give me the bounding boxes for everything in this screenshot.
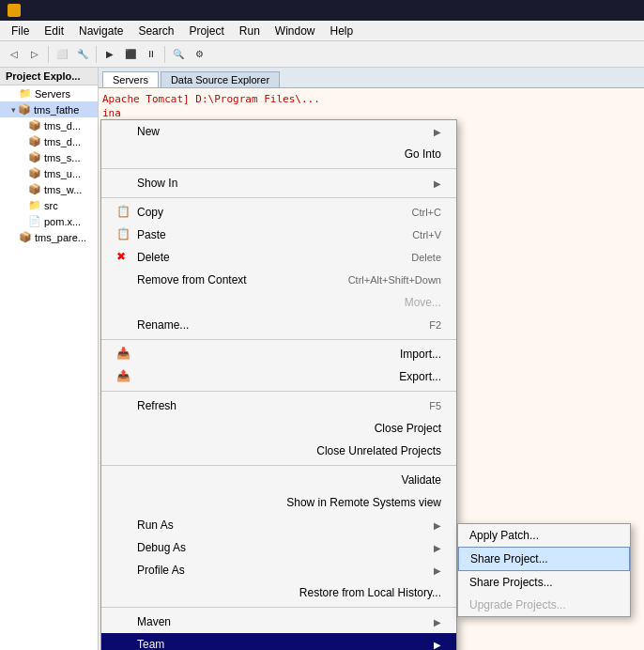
ctx-item-show-in[interactable]: Show In▶ xyxy=(101,172,456,194)
tree-item[interactable]: 📦tms_d... xyxy=(0,117,98,133)
tree-item[interactable]: 📁src xyxy=(0,197,98,213)
ctx-item-show-in-remote-systems-view[interactable]: Show in Remote Systems view xyxy=(101,491,456,514)
ctx-item-label: Debug As xyxy=(137,541,186,554)
toolbar-sep-2 xyxy=(96,46,97,63)
ctx-item-delete[interactable]: ✖DeleteDelete xyxy=(101,246,456,269)
ctx-submenu-arrow: ▶ xyxy=(434,178,441,189)
menu-item-project[interactable]: Project xyxy=(181,23,231,39)
eclipse-icon xyxy=(8,4,21,17)
ctx-item-rename---[interactable]: Rename...F2 xyxy=(101,314,456,336)
tree-item-label: Servers xyxy=(35,88,70,100)
tree-item[interactable]: 📦tms_w... xyxy=(0,181,98,197)
ctx-item-validate[interactable]: Validate xyxy=(101,469,456,491)
ctx-item-import---[interactable]: 📥Import... xyxy=(101,343,456,365)
ctx-item-label: Copy xyxy=(137,206,163,219)
ctx-item-label: Maven xyxy=(137,615,171,628)
title-bar xyxy=(0,0,644,21)
ctx-item-label: Paste xyxy=(137,228,166,241)
toolbar-btn-1[interactable]: ◁ xyxy=(4,44,24,65)
ctx-submenu-arrow: ▶ xyxy=(434,127,441,137)
toolbar: ◁ ▷ ⬜ 🔧 ▶ ⬛ ⏸ 🔍 ⚙ xyxy=(0,41,644,68)
ctx-item-debug-as[interactable]: Debug As▶ xyxy=(101,536,456,559)
ctx-item-team[interactable]: Team▶ xyxy=(101,633,456,650)
ctx-item-move---: Move... xyxy=(101,291,456,314)
ctx-item-paste[interactable]: 📋PasteCtrl+V xyxy=(101,224,456,246)
toolbar-btn-2[interactable]: ▷ xyxy=(24,44,45,65)
export-icon: 📤 xyxy=(116,369,131,384)
tree-item[interactable]: 📁Servers xyxy=(0,85,98,101)
menu-item-navigate[interactable]: Navigate xyxy=(71,23,130,39)
ctx-shortcut: Delete xyxy=(411,252,441,263)
ctx-submenu-arrow: ▶ xyxy=(434,520,441,531)
ctx-icon-spacer xyxy=(116,421,131,436)
ctx-item-run-as[interactable]: Run As▶ xyxy=(101,514,456,536)
ctx-submenu-arrow: ▶ xyxy=(434,565,441,576)
tree-item[interactable]: 📦tms_d... xyxy=(0,133,98,149)
ctx-item-refresh[interactable]: RefreshF5 xyxy=(101,395,456,417)
ctx-item-new[interactable]: New▶ xyxy=(101,120,456,143)
ctx-item-restore-from-local-history---[interactable]: Restore from Local History... xyxy=(101,581,456,604)
tree-item-label: pom.x... xyxy=(44,216,81,227)
toolbar-btn-3[interactable]: ⬜ xyxy=(52,44,72,65)
tree-item-label: tms_s... xyxy=(44,152,81,163)
ctx-separator xyxy=(101,197,456,198)
toolbar-btn-8[interactable]: 🔍 xyxy=(168,44,189,65)
menu-item-file[interactable]: File xyxy=(4,23,37,39)
tree-item[interactable]: 📄pom.x... xyxy=(0,213,98,229)
ctx-item-copy[interactable]: 📋CopyCtrl+C xyxy=(101,201,456,224)
tree-arrow: ▾ xyxy=(11,105,16,115)
ctx-submenu-arrow: ▶ xyxy=(434,640,441,650)
tree-item[interactable]: 📦tms_pare... xyxy=(0,229,98,245)
ctx-item-label: Team xyxy=(137,638,164,650)
tree-item-label: tms_fathe xyxy=(34,104,79,116)
menu-item-run[interactable]: Run xyxy=(232,23,268,39)
ctx-item-close-project[interactable]: Close Project xyxy=(101,417,456,440)
toolbar-btn-7[interactable]: ⏸ xyxy=(141,44,161,65)
ctx-item-label: New xyxy=(137,125,160,138)
menu-item-edit[interactable]: Edit xyxy=(37,23,71,39)
menu-item-search[interactable]: Search xyxy=(130,23,181,39)
tree-item[interactable]: 📦tms_u... xyxy=(0,165,98,181)
ctx-item-go-into[interactable]: Go Into xyxy=(101,143,456,165)
ctx-item-label: Show In xyxy=(137,177,177,190)
toolbar-btn-4[interactable]: 🔧 xyxy=(72,44,93,65)
menu-item-window[interactable]: Window xyxy=(268,23,323,39)
ctx-item-label: Close Project xyxy=(375,422,441,435)
tree-item[interactable]: 📦tms_s... xyxy=(0,149,98,165)
submenu-item-share-projects---[interactable]: Share Projects... xyxy=(458,571,630,594)
tree-item-label: tms_w... xyxy=(44,184,82,195)
ctx-item-export---[interactable]: 📤Export... xyxy=(101,365,456,388)
ctx-item-close-unrelated-projects[interactable]: Close Unrelated Projects xyxy=(101,440,456,462)
tab-servers[interactable]: Servers xyxy=(102,71,159,87)
menu-bar: FileEditNavigateSearchProjectRunWindowHe… xyxy=(0,21,644,41)
folder-icon: 📁 xyxy=(28,199,41,211)
project-icon: 📦 xyxy=(19,231,32,243)
ctx-shortcut: Ctrl+Alt+Shift+Down xyxy=(348,274,441,286)
tree-item[interactable]: ▾📦tms_fathe xyxy=(0,101,98,117)
tree-item-label: tms_d... xyxy=(44,136,81,147)
team-submenu: Apply Patch...Share Project...Share Proj… xyxy=(457,523,631,617)
ctx-separator xyxy=(101,607,456,608)
toolbar-btn-6[interactable]: ⬛ xyxy=(120,44,141,65)
main-content: Project Explo... 📁Servers▾📦tms_fathe📦tms… xyxy=(0,68,644,650)
tree-item-label: tms_pare... xyxy=(35,232,86,243)
submenu-item-apply-patch---[interactable]: Apply Patch... xyxy=(458,524,630,547)
ctx-item-label: Refresh xyxy=(137,399,176,412)
project-explorer-header: Project Explo... xyxy=(0,68,98,85)
ctx-item-profile-as[interactable]: Profile As▶ xyxy=(101,559,456,581)
ctx-icon-spacer xyxy=(116,147,131,162)
menu-item-help[interactable]: Help xyxy=(323,23,361,39)
ctx-item-remove-from-context[interactable]: Remove from ContextCtrl+Alt+Shift+Down xyxy=(101,269,456,291)
submenu-item-share-project---[interactable]: Share Project... xyxy=(458,547,630,571)
ctx-item-label: Export... xyxy=(399,370,441,383)
toolbar-sep-1 xyxy=(48,46,49,63)
ctx-item-label: Run As xyxy=(137,518,174,532)
toolbar-btn-9[interactable]: ⚙ xyxy=(189,44,209,65)
ctx-icon-spacer xyxy=(116,540,131,555)
tab-data-source-explorer[interactable]: Data Source Explorer xyxy=(161,71,280,87)
tabs-bar: ServersData Source Explorer xyxy=(99,68,644,88)
ctx-icon-spacer xyxy=(116,518,131,533)
toolbar-btn-5[interactable]: ▶ xyxy=(100,44,120,65)
ctx-item-maven[interactable]: Maven▶ xyxy=(101,611,456,633)
ctx-icon-spacer xyxy=(116,563,131,578)
